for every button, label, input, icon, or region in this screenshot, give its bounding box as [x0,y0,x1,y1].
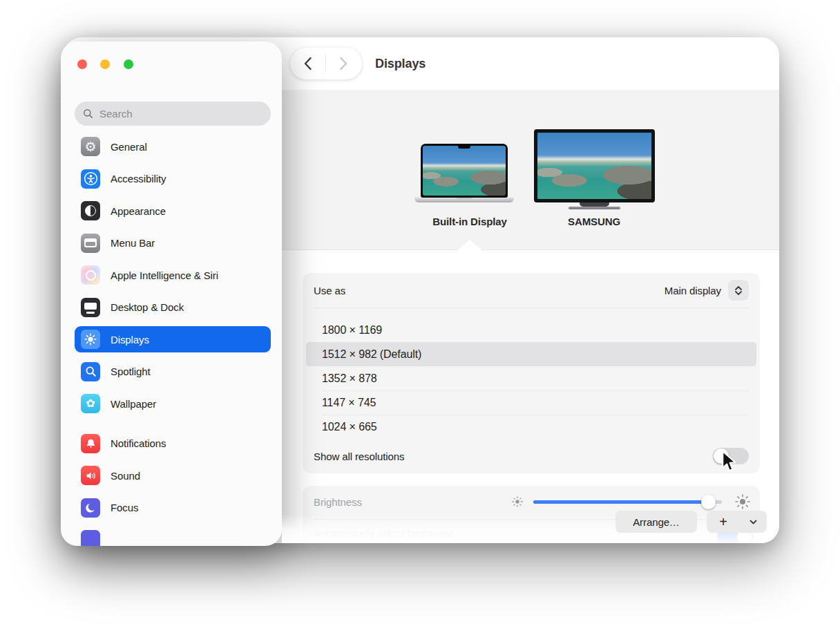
minimize-button[interactable] [100,59,110,69]
apple-intelligence-icon [81,265,100,285]
resolution-label: 1147 × 745 [322,397,376,409]
resolution-option[interactable]: 1147 × 745 [303,390,760,415]
search-field[interactable] [75,102,271,126]
external-display-thumbnail[interactable] [534,129,655,202]
sidebar-item-displays[interactable]: Displays [75,326,271,352]
brightness-slider-fill [533,500,712,504]
brightness-label: Brightness [314,496,362,508]
zoom-button[interactable] [124,59,133,69]
show-all-resolutions-label: Show all resolutions [314,451,404,462]
appearance-icon [81,201,100,220]
search-input[interactable] [98,107,250,120]
add-display-split-button: + [707,511,767,533]
arrange-button-label: Arrange… [633,516,680,528]
resolution-option-selected[interactable]: 1512 × 982 (Default) [306,342,756,366]
show-all-resolutions-row: Show all resolutions [303,439,760,473]
use-as-value: Main display [665,285,721,296]
laptop-base [414,197,514,202]
settings-sidebar: ⚙ General Accessibility Appearance [61,41,282,546]
laptop-notch [458,145,470,149]
speaker-icon [81,466,100,485]
sidebar-item-general[interactable]: ⚙ General [75,133,271,160]
bell-icon [81,434,100,453]
brightness-low-icon [511,495,524,508]
partial-app-icon [81,530,100,546]
desktop-background: Displays Built-in Display SAMSUNG Use as… [0,0,840,624]
use-as-label: Use as [314,285,345,296]
sidebar-item-focus[interactable]: Focus [75,495,271,521]
search-icon [83,108,93,119]
back-button[interactable] [290,48,325,79]
brightness-slider-knob[interactable] [701,495,716,509]
sidebar-item-wallpaper[interactable]: ✿ Wallpaper [75,390,271,417]
chevron-up-icon [735,286,742,290]
chevron-down-icon [750,520,757,524]
use-as-dropdown[interactable] [728,280,749,301]
chevron-right-icon [339,57,348,70]
add-display-button[interactable]: + [707,511,740,532]
resolution-label: 1024 × 665 [322,421,377,433]
accessibility-icon [81,169,100,189]
display-settings-card: Use as Main display 1800 × [303,273,760,473]
resolution-option[interactable]: 1352 × 878 [303,366,760,390]
sidebar-item-appearance[interactable]: Appearance [75,198,271,224]
nav-history-pill [290,48,362,79]
gear-icon: ⚙ [81,137,100,156]
forward-button[interactable] [326,48,361,79]
close-button[interactable] [77,59,87,69]
chevron-left-icon [303,57,312,70]
sidebar-item-apple-intelligence-siri[interactable]: Apple Intelligence & Siri [75,262,271,288]
desktop-dock-icon [81,298,100,317]
wallpaper-flower-icon: ✿ [81,394,100,413]
bottom-bar-fade [282,514,779,543]
resolution-label: 1352 × 878 [322,372,377,385]
wallpaper-thumbnail [423,146,506,196]
sidebar-item-menu-bar[interactable]: Menu Bar [75,230,271,256]
sidebar-item-sound[interactable]: Sound [75,462,271,489]
brightness-slider-track[interactable] [533,500,722,504]
sidebar-item-spotlight[interactable]: Spotlight [75,359,271,385]
sidebar-item-desktop-dock[interactable]: Desktop & Dock [75,294,271,321]
use-as-row: Use as Main display [303,273,760,308]
resolution-list: 1800 × 1169 1512 × 982 (Default) 1352 × … [303,308,760,439]
mouse-cursor [720,451,736,473]
wallpaper-thumbnail [537,133,651,199]
resolution-label: 1800 × 1169 [322,324,382,337]
sidebar-item-accessibility[interactable]: Accessibility [75,166,271,192]
built-in-display-thumbnail[interactable] [421,144,508,198]
arrange-button[interactable]: Arrange… [615,511,697,533]
resolution-option[interactable]: 1024 × 665 [303,415,760,439]
crescent-moon-icon [81,498,100,518]
spotlight-magnifier-icon [81,362,100,381]
built-in-display-label: Built-in Display [408,216,532,227]
resolution-option[interactable]: 1800 × 1169 [303,318,760,342]
brightness-high-icon [734,493,751,510]
add-display-menu-button[interactable] [740,520,767,524]
external-display-label: SAMSUNG [532,216,656,227]
resolution-label: 1512 × 982 (Default) [322,348,421,361]
sidebar-item-notifications[interactable]: Notifications [75,431,271,457]
chevron-down-icon [735,291,742,295]
selected-display-pointer [457,240,482,250]
page-title: Displays [375,37,426,90]
menu-bar-icon [81,234,100,253]
sidebar-item-partial[interactable] [75,527,271,546]
monitor-foot [569,207,620,209]
display-sun-icon [81,330,100,349]
sidebar-list: ⚙ General Accessibility Appearance [75,133,271,546]
